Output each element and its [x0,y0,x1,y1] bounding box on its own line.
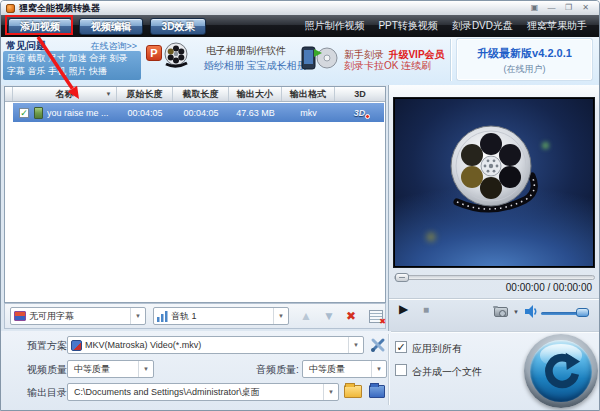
cell-name: ✓ you raise me ... [13,107,117,119]
snapshot-dropdown-icon[interactable]: ▼ [513,309,519,315]
video-edit-button[interactable]: 视频编辑 [79,18,143,35]
seek-bar[interactable] [394,275,595,280]
bottom-divider [388,334,389,405]
stop-button[interactable]: ■ [423,304,429,315]
top-menu: 照片制作视频 PPT转换视频 刻录DVD光盘 狸窝苹果助手 [304,15,587,37]
cell-output-size: 47.63 MB [229,108,282,118]
row-checkbox[interactable]: ✓ [19,108,29,118]
output-dir-select[interactable]: C:\Documents and Settings\Administrator\… [67,383,339,401]
column-header-output-size[interactable]: 输出大小 [229,87,282,101]
name-filter-dropdown-icon[interactable]: ▼ [103,89,114,100]
merge-label: 合并成一个文件 [412,365,482,379]
column-header-3d[interactable]: 3D [335,87,385,101]
menu-burn-dvd[interactable]: 刻录DVD光盘 [452,19,513,33]
add-video-button[interactable]: 添加视频 [8,18,72,35]
seek-handle[interactable] [395,273,409,282]
online-user-text: (在线用户) [458,63,591,76]
video-quality-label: 视频质量: [27,363,70,377]
cell-output-format: mkv [282,108,335,118]
faq-links-row1[interactable]: 压缩 截取 尺寸 加速 合并 刻录 [7,52,137,65]
output-dir-label: 输出目录: [27,386,70,400]
snapshot-icon[interactable] [494,307,508,317]
remove-file-icon[interactable]: ✖ [346,310,356,323]
options-divider [391,331,599,333]
banner-separator [451,39,452,81]
cell-original-length: 00:04:05 [117,108,173,118]
track-toolbar: 无可用字幕 ▼ 音轨 1 ▼ ▲ ▼ ✖ ✖ [4,303,386,329]
album-banner-line2[interactable]: 婚纱相册 宝宝成长相册 [204,59,307,73]
convert-button[interactable] [524,334,598,408]
open-folder-icon[interactable] [344,385,362,398]
audio-quality-select[interactable]: 中等质量 ▼ [302,360,387,378]
video-screen[interactable] [393,97,595,268]
skin-button[interactable]: ▣ [529,3,540,12]
file-list: 名称 ▼ 原始长度 截取长度 输出大小 输出格式 3D ✓ you raise … [4,86,386,303]
file-name: you raise me ... [47,108,109,118]
move-down-icon[interactable]: ▼ [323,310,335,323]
cell-3d: 3D [335,108,384,118]
output-dir-dropdown-icon[interactable]: ▼ [323,384,338,400]
column-header-output-format[interactable]: 输出格式 [282,87,335,101]
preset-select[interactable]: MKV(Matroska) Video(*.mkv) ▼ [67,336,364,354]
subtitle-dropdown-icon[interactable]: ▼ [130,308,145,324]
menu-photo-to-video[interactable]: 照片制作视频 [304,19,364,33]
volume-handle[interactable] [576,308,589,317]
volume-icon[interactable] [525,305,538,318]
move-up-icon[interactable]: ▲ [300,310,312,323]
apply-all-label: 应用到所有 [412,342,462,356]
cell-cut-length: 00:04:05 [173,108,229,118]
faq-links-box: 压缩 截取 尺寸 加速 合并 刻录 字幕 音乐 手机 照片 快播 [3,51,141,80]
subtitle-icon [14,311,26,321]
audio-quality-label: 音频质量: [256,363,299,377]
app-logo-icon [6,4,15,13]
advanced-settings-icon[interactable] [370,337,386,353]
video-placeholder [395,99,593,266]
browse-folder-icon[interactable] [369,385,385,398]
film-reel-icon [162,41,191,69]
video-quality-select[interactable]: 中等质量 ▼ [67,360,154,378]
main-toolbar: 添加视频 视频编辑 3D效果 照片制作视频 PPT转换视频 刻录DVD光盘 狸窝… [1,15,599,37]
audio-track-icon [157,311,168,322]
video-quality-dropdown-icon[interactable]: ▼ [138,361,153,377]
film-reel-graphic [429,114,559,234]
convert-arrow-icon [540,350,582,392]
column-margin [5,87,13,101]
audio-track-select[interactable]: 音轨 1 ▼ [153,307,289,325]
audio-quality-dropdown-icon[interactable]: ▼ [371,361,386,377]
menu-ppt-to-video[interactable]: PPT转换视频 [378,19,437,33]
upgrade-version-text[interactable]: 升级最新版v4.2.0.1 [458,46,591,61]
player-divider [389,298,600,300]
preset-label: 预置方案: [27,339,70,353]
column-header-name[interactable]: 名称 ▼ [13,87,117,101]
3d-status-icon[interactable]: 3D [354,108,366,118]
preset-dropdown-icon[interactable]: ▼ [348,337,363,353]
merge-checkbox[interactable] [395,364,407,376]
menu-apple-assistant[interactable]: 狸窝苹果助手 [527,19,587,33]
3d-disabled-dot [365,114,370,119]
window-title: 狸窝全能视频转换器 [19,2,100,15]
app-window: 狸窝全能视频转换器 ▣ — ❐ ✕ 添加视频 视频编辑 3D效果 照片制作视频 … [0,0,600,411]
phone-disc-icon [300,43,340,71]
faq-links-row2[interactable]: 字幕 音乐 手机 照片 快播 [7,65,137,78]
3d-effect-button[interactable]: 3D效果 [150,18,206,35]
minimize-button[interactable]: — [546,3,557,12]
video-file-icon [34,107,43,119]
maximize-button[interactable]: ❐ [563,3,574,12]
upgrade-box[interactable]: 升级最新版v4.2.0.1 (在线用户) [457,39,592,80]
playback-time: 00:00:00 / 00:00:00 [506,282,592,293]
apply-all-checkbox[interactable]: ✓ [395,341,407,353]
audio-dropdown-icon[interactable]: ▼ [273,308,288,324]
title-bar[interactable]: 狸窝全能视频转换器 ▣ — ❐ ✕ [1,1,599,15]
play-button[interactable]: ▶ [399,302,408,316]
column-header-original-length[interactable]: 原始长度 [117,87,173,101]
album-banner-line1[interactable]: 电子相册制作软件 [206,44,286,58]
column-header-cut-length[interactable]: 截取长度 [173,87,229,101]
preset-format-icon [71,340,82,351]
faq-panel: 常见问题 在线咨询>> 压缩 截取 尺寸 加速 合并 刻录 字幕 音乐 手机 照… [3,38,141,84]
table-row[interactable]: ✓ you raise me ... 00:04:05 00:04:05 47.… [13,103,384,122]
file-list-header: 名称 ▼ 原始长度 截取长度 输出大小 输出格式 3D [5,87,385,102]
clear-list-icon[interactable]: ✖ [369,310,383,323]
burn-banner-line2[interactable]: 刻录卡拉OK 连续刷 [344,59,431,73]
subtitle-select[interactable]: 无可用字幕 ▼ [10,307,146,325]
close-button[interactable]: ✕ [580,3,591,12]
